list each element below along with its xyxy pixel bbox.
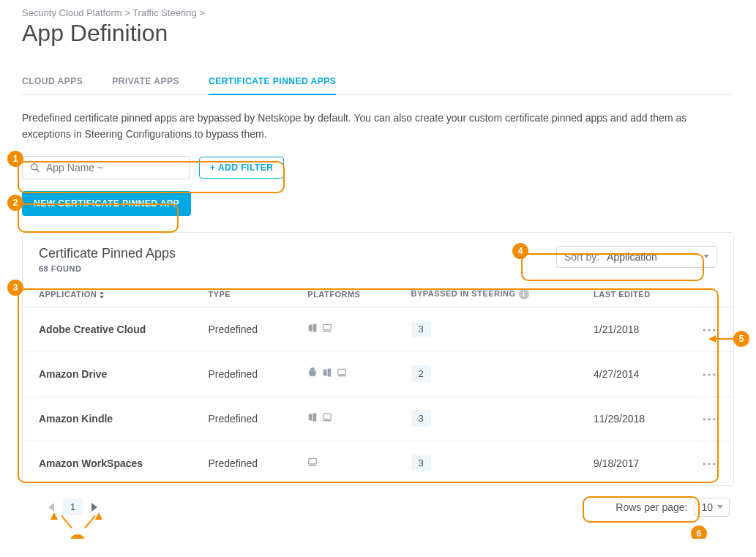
cell-type: Predefined bbox=[192, 351, 291, 396]
cell-last-edited: 1/21/2018 bbox=[577, 307, 686, 351]
cell-app-name: Adobe Creative Cloud bbox=[23, 307, 192, 351]
sort-by-select[interactable]: Sort by: Application bbox=[556, 246, 717, 268]
chevron-down-icon bbox=[703, 255, 709, 258]
svg-point-0 bbox=[31, 164, 37, 170]
pager-current-page[interactable]: 1 bbox=[63, 498, 83, 515]
table-row[interactable]: Amazon KindlePredefined311/29/2018⋯ bbox=[23, 396, 733, 441]
info-icon[interactable]: i bbox=[519, 289, 529, 299]
cell-last-edited: 11/29/2018 bbox=[577, 396, 686, 441]
android-icon bbox=[307, 367, 318, 378]
windows-icon bbox=[307, 323, 318, 333]
row-actions-icon[interactable]: ⋯ bbox=[702, 411, 717, 427]
cell-platforms bbox=[291, 351, 394, 396]
search-input[interactable] bbox=[45, 161, 182, 174]
svg-rect-6 bbox=[323, 414, 332, 420]
rows-per-page-select[interactable]: 10 bbox=[695, 498, 730, 517]
card-title: Certificate Pinned Apps bbox=[39, 246, 176, 261]
table-row[interactable]: Adobe Creative CloudPredefined31/21/2018… bbox=[23, 307, 733, 351]
row-actions-icon[interactable]: ⋯ bbox=[702, 321, 717, 337]
windows-icon bbox=[307, 412, 318, 422]
col-bypassed[interactable]: BYPASSED IN STEERINGi bbox=[395, 279, 577, 307]
rows-per-page: Rows per page: 10 bbox=[615, 498, 730, 517]
search-icon bbox=[30, 162, 40, 173]
pager: 1 bbox=[48, 498, 97, 515]
windows-icon bbox=[322, 367, 332, 378]
annotation-badge: 6 bbox=[691, 526, 707, 539]
cell-type: Predefined bbox=[192, 307, 291, 351]
sort-by-value: Application bbox=[607, 251, 703, 263]
pager-prev-icon[interactable] bbox=[48, 503, 54, 512]
mac-icon bbox=[322, 323, 332, 333]
new-cert-pinned-app-button[interactable]: NEW CERTIFICATE PINNED APP bbox=[22, 191, 191, 216]
cell-type: Predefined bbox=[192, 441, 291, 485]
svg-rect-8 bbox=[309, 459, 317, 465]
tab-cert-pinned-apps[interactable]: CERTIFICATE PINNED APPS bbox=[209, 69, 336, 95]
annotation-badge: 3 bbox=[7, 280, 23, 296]
page-title: App Definition bbox=[22, 20, 734, 47]
annotation-badge: 5 bbox=[733, 331, 749, 347]
cell-app-name: Amazon WorkSpaces bbox=[23, 441, 192, 485]
svg-line-1 bbox=[37, 169, 40, 172]
cell-app-name: Amazon Drive bbox=[23, 351, 192, 396]
cell-last-edited: 9/18/2017 bbox=[577, 441, 686, 485]
mac-icon bbox=[322, 412, 332, 422]
col-platforms[interactable]: PLATFORMS bbox=[291, 279, 394, 307]
cell-bypassed: 3 bbox=[395, 441, 577, 485]
sort-by-label: Sort by: bbox=[564, 251, 599, 263]
tabs: CLOUD APPS PRIVATE APPS CERTIFICATE PINN… bbox=[22, 69, 734, 95]
found-count: 68 FOUND bbox=[39, 264, 176, 273]
pager-next-icon[interactable] bbox=[91, 503, 97, 512]
mac-icon bbox=[307, 457, 318, 467]
svg-rect-4 bbox=[338, 370, 346, 375]
sort-icon bbox=[100, 291, 104, 299]
rows-per-page-label: Rows per page: bbox=[615, 501, 687, 513]
add-filter-button[interactable]: + ADD FILTER bbox=[199, 157, 284, 179]
cell-type: Predefined bbox=[192, 396, 291, 441]
tab-private-apps[interactable]: PRIVATE APPS bbox=[112, 69, 179, 95]
cell-app-name: Amazon Kindle bbox=[23, 396, 192, 441]
annotation-badge: 7 bbox=[70, 534, 86, 539]
cell-last-edited: 4/27/2014 bbox=[577, 351, 686, 396]
cell-platforms bbox=[291, 441, 394, 485]
tab-cloud-apps[interactable]: CLOUD APPS bbox=[22, 69, 83, 95]
tab-description: Predefined certificate pinned apps are b… bbox=[22, 110, 725, 143]
row-actions-icon[interactable]: ⋯ bbox=[702, 366, 717, 382]
table-row[interactable]: Amazon WorkSpacesPredefined39/18/2017⋯ bbox=[23, 441, 733, 485]
cell-bypassed: 2 bbox=[395, 351, 577, 396]
svg-rect-2 bbox=[323, 325, 332, 331]
table-row[interactable]: Amazon DrivePredefined24/27/2014⋯ bbox=[23, 351, 733, 396]
annotation-badge: 1 bbox=[7, 151, 23, 167]
cell-platforms bbox=[291, 396, 394, 441]
search-input-wrapper[interactable] bbox=[22, 156, 190, 179]
cell-bypassed: 3 bbox=[395, 307, 577, 351]
cell-bypassed: 3 bbox=[395, 396, 577, 441]
apps-table-card: Certificate Pinned Apps 68 FOUND Sort by… bbox=[22, 232, 734, 486]
mac-icon bbox=[337, 367, 347, 378]
cell-platforms bbox=[291, 307, 394, 351]
row-actions-icon[interactable]: ⋯ bbox=[702, 455, 717, 471]
annotation-badge: 2 bbox=[7, 195, 23, 211]
breadcrumb[interactable]: Security Cloud Platform > Traffic Steeri… bbox=[22, 7, 734, 18]
col-type[interactable]: TYPE bbox=[192, 279, 291, 307]
chevron-down-icon bbox=[717, 505, 723, 509]
col-last-edited[interactable]: LAST EDITED bbox=[577, 279, 686, 307]
col-application[interactable]: APPLICATION bbox=[23, 279, 192, 307]
